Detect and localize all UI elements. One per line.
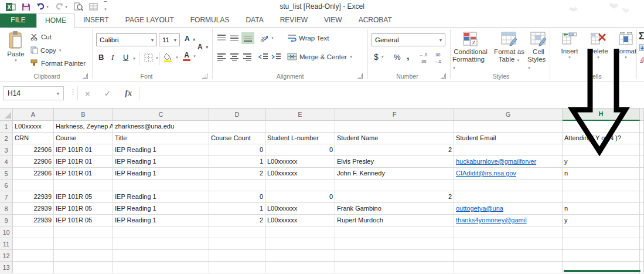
cell-B12[interactable] xyxy=(54,250,113,262)
merge-center-dropdown-icon[interactable]: ▼ xyxy=(349,55,353,59)
cell-A1[interactable]: L00xxxxx xyxy=(13,121,54,133)
cell-B4[interactable]: IEP 101R 01 xyxy=(54,156,113,168)
align-middle-button[interactable] xyxy=(230,34,239,42)
cell-B10[interactable] xyxy=(54,226,113,238)
cell-C9[interactable]: IEP Reading 1 xyxy=(113,215,209,226)
insert-dropdown-icon[interactable]: ▼ xyxy=(568,56,571,59)
cell-A7[interactable]: 22939 xyxy=(13,191,54,203)
column-header-A[interactable]: A xyxy=(13,109,54,121)
cell-E9[interactable]: L00xxxxxx xyxy=(265,215,335,226)
cell-C12[interactable] xyxy=(113,250,209,262)
tab-acrobat[interactable]: ACROBAT xyxy=(350,13,400,28)
cell-E5[interactable]: L00xxxxxx xyxy=(265,168,335,180)
cell-C10[interactable] xyxy=(113,226,209,238)
tab-view[interactable]: VIEW xyxy=(316,13,350,28)
cell-H4[interactable]: y xyxy=(563,156,640,168)
bold-button[interactable]: B xyxy=(98,53,104,62)
cell-C2[interactable]: Title xyxy=(113,133,209,144)
row-header-7[interactable]: 7 xyxy=(0,191,13,203)
cell-H8[interactable]: n xyxy=(563,203,640,215)
cell-H3[interactable] xyxy=(563,144,640,156)
font-name-dropdown-icon[interactable]: ▼ xyxy=(148,38,156,42)
cell-G3[interactable] xyxy=(454,144,563,156)
number-format-dropdown-icon[interactable]: ▼ xyxy=(437,38,445,42)
increase-indent-button[interactable] xyxy=(271,53,281,61)
number-format-combo[interactable]: General ▼ xyxy=(372,33,445,46)
cell-A10[interactable] xyxy=(13,226,54,238)
cell-E1[interactable] xyxy=(265,121,335,133)
cell-C7[interactable]: IEP Reading 1 xyxy=(113,191,209,203)
cell-F11[interactable] xyxy=(335,238,454,250)
cell-C11[interactable] xyxy=(113,238,209,250)
cell-F8[interactable]: Frank Gambino xyxy=(335,203,454,215)
clipboard-dialog-launcher[interactable] xyxy=(83,73,88,79)
font-name-combo[interactable]: Calibri ▼ xyxy=(96,33,157,46)
fill-button[interactable] xyxy=(639,44,644,51)
row-header-10[interactable]: 10 xyxy=(0,226,13,238)
cell-B13[interactable] xyxy=(54,262,113,273)
formula-bar-grip[interactable]: ⋮ xyxy=(69,87,77,96)
cell-C13[interactable] xyxy=(113,262,209,273)
name-box-dropdown-icon[interactable]: ▼ xyxy=(53,92,63,96)
font-color-button[interactable]: A ▼ xyxy=(183,52,196,61)
copy-dropdown-icon[interactable]: ▼ xyxy=(59,49,62,52)
cell-styles-button[interactable]: Cell Styles ▼ xyxy=(527,32,550,72)
column-header-F[interactable]: F xyxy=(335,109,454,121)
cell-C6[interactable] xyxy=(113,180,209,191)
cell-G5[interactable]: CIAdidit@irs.nsa.gov xyxy=(454,168,563,180)
paste-button[interactable]: Paste ▼ xyxy=(4,31,28,62)
format-dropdown-icon[interactable]: ▼ xyxy=(624,56,628,59)
cell-D8[interactable]: 1 xyxy=(209,203,265,215)
cell-B7[interactable]: IEP 101R 05 xyxy=(54,191,113,203)
cell-B2[interactable]: Course xyxy=(54,133,113,144)
align-bottom-button[interactable] xyxy=(241,32,254,44)
tab-page-layout[interactable]: PAGE LAYOUT xyxy=(117,13,182,28)
tab-formulas[interactable]: FORMULAS xyxy=(182,13,238,28)
tab-file[interactable]: FILE xyxy=(0,13,36,28)
column-header-G[interactable]: G xyxy=(454,109,563,121)
cell-D4[interactable]: 1 xyxy=(209,156,265,168)
cell-F3[interactable]: 2 xyxy=(335,144,454,156)
cell-C3[interactable]: IEP Reading 1 xyxy=(113,144,209,156)
row-header-5[interactable]: 5 xyxy=(0,168,13,180)
tab-review[interactable]: REVIEW xyxy=(272,13,316,28)
cell-F9[interactable]: Rupert Murdoch xyxy=(335,215,454,226)
cell-G6[interactable] xyxy=(454,180,563,191)
column-header-H[interactable]: H xyxy=(563,109,640,121)
cell-F1[interactable] xyxy=(335,121,454,133)
row-header-11[interactable]: 11 xyxy=(0,238,13,250)
cell-E12[interactable] xyxy=(265,250,335,262)
row-header-13[interactable]: 13 xyxy=(0,262,13,273)
cell-B1[interactable]: Harkness, Zeynep A. xyxy=(54,121,113,133)
cell-E4[interactable]: L00xxxxxx xyxy=(265,156,335,168)
tab-data[interactable]: DATA xyxy=(237,13,271,28)
cell-C5[interactable]: IEP Reading 1 xyxy=(113,168,209,180)
merge-center-button[interactable]: Merge & Center ▼ xyxy=(287,53,353,60)
clear-button[interactable] xyxy=(639,56,644,63)
cell-H11[interactable] xyxy=(563,238,640,250)
paste-dropdown-icon[interactable]: ▼ xyxy=(14,59,18,62)
cell-G2[interactable]: Student Email xyxy=(454,133,563,144)
cell-B9[interactable]: IEP 101R 05 xyxy=(54,215,113,226)
cell-A8[interactable]: 22939 xyxy=(13,203,54,215)
borders-button[interactable]: ▼ xyxy=(144,53,159,62)
cell-D11[interactable] xyxy=(209,238,265,250)
cell-H6[interactable] xyxy=(563,180,640,191)
wrap-text-button[interactable]: Wrap Text xyxy=(287,34,329,42)
align-right-button[interactable] xyxy=(243,53,252,61)
cell-H7[interactable] xyxy=(563,191,640,203)
cell-F7[interactable]: 2 xyxy=(335,191,454,203)
number-dialog-launcher[interactable] xyxy=(441,73,446,79)
borders-dropdown-icon[interactable]: ▼ xyxy=(155,56,159,60)
row-header-12[interactable]: 12 xyxy=(0,250,13,262)
conditional-dropdown-icon[interactable]: ▼ xyxy=(452,66,456,70)
cell-G11[interactable] xyxy=(454,238,563,250)
fill-color-button[interactable]: ▼ xyxy=(163,52,179,62)
italic-button[interactable]: I xyxy=(111,53,114,62)
percent-style-button[interactable]: % xyxy=(394,53,401,62)
cell-D13[interactable] xyxy=(209,262,265,273)
cell-E8[interactable]: L00xxxxxx xyxy=(265,203,335,215)
cell-G13[interactable] xyxy=(454,262,563,273)
accounting-format-button[interactable]: $ ▼ xyxy=(374,52,384,62)
row-header-9[interactable]: 9 xyxy=(0,215,13,226)
